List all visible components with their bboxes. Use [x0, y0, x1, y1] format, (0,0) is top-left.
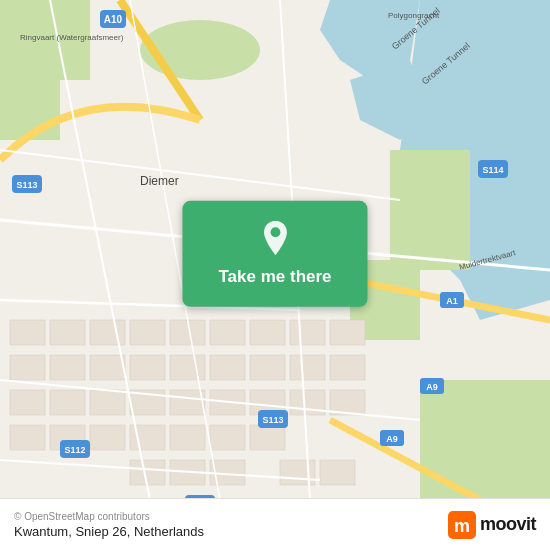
svg-text:Ringvaart (Watergraafsmeer): Ringvaart (Watergraafsmeer): [20, 33, 124, 42]
copyright-text: © OpenStreetMap contributors: [14, 511, 204, 522]
svg-rect-45: [290, 355, 325, 380]
svg-text:S113: S113: [262, 415, 283, 425]
svg-point-85: [270, 227, 280, 237]
svg-rect-25: [50, 390, 85, 415]
svg-rect-46: [330, 355, 365, 380]
bottom-info: © OpenStreetMap contributors Kwantum, Sn…: [14, 511, 204, 539]
cta-label: Take me there: [218, 267, 331, 287]
svg-text:m: m: [454, 516, 470, 536]
svg-rect-10: [10, 320, 45, 345]
svg-rect-24: [10, 390, 45, 415]
map-container: A10 S113 S114 A1 A9 A9 S112 S112 S113: [0, 0, 550, 550]
svg-text:S113: S113: [16, 180, 37, 190]
moovit-logo[interactable]: m moovit: [448, 511, 536, 539]
svg-rect-36: [210, 425, 245, 450]
svg-rect-12: [90, 320, 125, 345]
svg-text:A10: A10: [104, 14, 123, 25]
svg-rect-7: [390, 150, 470, 270]
svg-rect-21: [170, 355, 205, 380]
moovit-name: moovit: [480, 514, 536, 535]
svg-rect-13: [130, 320, 165, 345]
svg-rect-11: [50, 320, 85, 345]
svg-rect-31: [10, 425, 45, 450]
svg-rect-42: [320, 460, 355, 485]
location-pin-icon: [257, 221, 293, 257]
svg-rect-23: [250, 355, 285, 380]
svg-rect-35: [170, 425, 205, 450]
bottom-bar: © OpenStreetMap contributors Kwantum, Sn…: [0, 498, 550, 550]
svg-rect-16: [250, 320, 285, 345]
svg-rect-15: [210, 320, 245, 345]
svg-text:Diemer: Diemer: [140, 174, 179, 188]
svg-text:A9: A9: [386, 434, 398, 444]
svg-rect-44: [330, 320, 365, 345]
svg-text:S112: S112: [64, 445, 85, 455]
svg-rect-19: [90, 355, 125, 380]
svg-rect-26: [90, 390, 125, 415]
svg-rect-33: [90, 425, 125, 450]
svg-rect-28: [170, 390, 205, 415]
svg-rect-43: [290, 320, 325, 345]
svg-rect-17: [10, 355, 45, 380]
svg-rect-14: [170, 320, 205, 345]
svg-rect-38: [130, 460, 165, 485]
location-text: Kwantum, Sniep 26, Netherlands: [14, 524, 204, 539]
svg-rect-18: [50, 355, 85, 380]
svg-rect-20: [130, 355, 165, 380]
svg-rect-22: [210, 355, 245, 380]
svg-rect-37: [250, 425, 285, 450]
take-me-there-button[interactable]: Take me there: [182, 201, 367, 307]
moovit-icon: m: [448, 511, 476, 539]
svg-text:Polygongracht: Polygongracht: [388, 11, 440, 20]
svg-text:A1: A1: [446, 296, 458, 306]
svg-text:A9: A9: [426, 382, 438, 392]
svg-text:S114: S114: [482, 165, 503, 175]
